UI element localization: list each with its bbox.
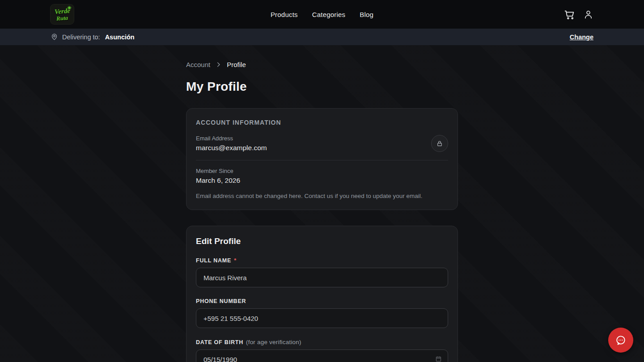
email-row: Email Address marcus@example.com [196, 135, 448, 152]
phone-number-label-text: PHONE NUMBER [196, 298, 246, 304]
email-value: marcus@example.com [196, 144, 267, 152]
member-since-block: Member Since March 6, 2026 [196, 168, 448, 185]
member-since-label: Member Since [196, 168, 448, 174]
chat-bubble-icon [615, 334, 627, 346]
change-location-link[interactable]: Change [570, 34, 593, 41]
chevron-right-icon [215, 61, 222, 68]
edit-profile-card: Edit Profile FULL NAME * PHONE NUMBER DA… [186, 226, 458, 362]
member-since-value: March 6, 2026 [196, 177, 448, 185]
delivery-location-bar: Delivering to: Asunción Change [0, 29, 644, 45]
account-information-card: ACCOUNT INFORMATION Email Address marcus… [186, 108, 458, 210]
delivery-city: Asunción [105, 34, 135, 41]
lock-icon [436, 140, 443, 147]
date-of-birth-label-text: DATE OF BIRTH [196, 339, 243, 345]
full-name-input[interactable] [196, 268, 448, 287]
nav-link-blog[interactable]: Blog [360, 11, 373, 18]
required-asterisk: * [234, 257, 237, 264]
date-of-birth-field [196, 345, 448, 362]
nav-link-products[interactable]: Products [271, 11, 298, 18]
email-change-note: Email address cannot be changed here. Co… [196, 193, 448, 199]
chat-support-button[interactable] [608, 328, 633, 353]
main-nav: Products Categories Blog [271, 0, 373, 29]
delivery-label: Delivering to: [62, 34, 100, 41]
phone-number-input[interactable] [196, 308, 448, 328]
top-nav-bar: Verde Ruta Products Categories Blog [0, 0, 644, 29]
breadcrumb: Account Profile [186, 61, 458, 68]
account-information-title: ACCOUNT INFORMATION [196, 119, 448, 126]
phone-number-label: PHONE NUMBER [196, 298, 448, 304]
delivery-location-info: Delivering to: Asunción [51, 33, 135, 41]
page-title: My Profile [186, 80, 458, 94]
date-of-birth-input[interactable] [196, 349, 448, 362]
brand-logo[interactable]: Verde Ruta [51, 4, 74, 24]
email-label: Email Address [196, 135, 267, 142]
age-verification-hint: (for age verification) [246, 339, 301, 345]
main-content: Account Profile My Profile ACCOUNT INFOR… [186, 61, 458, 362]
leaf-icon [66, 5, 72, 13]
brand-logo-text-line2: Ruta [56, 15, 68, 21]
user-account-icon[interactable] [583, 9, 593, 20]
edit-profile-title: Edit Profile [196, 236, 448, 246]
cart-icon[interactable] [564, 9, 575, 20]
nav-link-categories[interactable]: Categories [312, 11, 346, 18]
full-name-label: FULL NAME * [196, 257, 448, 264]
breadcrumb-current: Profile [227, 61, 246, 68]
calendar-icon[interactable] [435, 355, 442, 362]
full-name-label-text: FULL NAME [196, 257, 231, 264]
map-pin-icon [51, 33, 58, 41]
breadcrumb-account-link[interactable]: Account [186, 61, 210, 68]
card-divider [196, 160, 448, 160]
email-locked-indicator [431, 135, 448, 152]
date-of-birth-label: DATE OF BIRTH (for age verification) [196, 339, 448, 345]
email-block: Email Address marcus@example.com [196, 135, 267, 152]
header-actions [564, 9, 593, 20]
